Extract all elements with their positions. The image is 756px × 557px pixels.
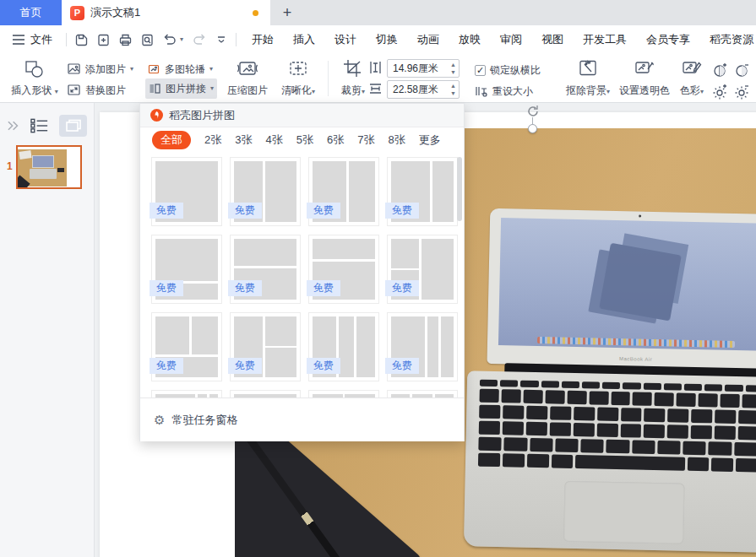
- collage-template-7[interactable]: 免费: [308, 235, 379, 304]
- collage-tab-2张[interactable]: 2张: [204, 132, 221, 148]
- collage-tab-6张[interactable]: 6张: [327, 132, 344, 148]
- collage-tab-8张[interactable]: 8张: [388, 132, 405, 148]
- width-down-arrow[interactable]: ▼: [450, 89, 456, 97]
- print-button[interactable]: [114, 30, 136, 50]
- template-cell: [234, 394, 296, 397]
- picture-stitch-button[interactable]: 图片拼接▾: [145, 78, 217, 99]
- increase-brightness-button[interactable]: [710, 81, 732, 101]
- ribbon-tab-设计[interactable]: 设计: [334, 32, 356, 47]
- lock-aspect-checkbox[interactable]: ✓ 锁定纵横比: [475, 60, 541, 80]
- home-tab[interactable]: 首页: [0, 0, 62, 25]
- collage-panel-footer[interactable]: ⚙ 常驻任务窗格: [140, 397, 464, 441]
- keyboard-key: [541, 381, 559, 387]
- collage-template-2[interactable]: 免费: [230, 157, 301, 226]
- hamburger-icon: [12, 35, 25, 45]
- decrease-contrast-button[interactable]: [732, 60, 753, 80]
- print-preview-button[interactable]: [136, 30, 158, 50]
- panel-scrollbar[interactable]: [457, 157, 462, 221]
- collage-tab-更多[interactable]: 更多: [419, 132, 441, 148]
- remove-background-button[interactable]: 抠除背景▾: [561, 57, 615, 100]
- keyboard-key: [725, 385, 742, 392]
- undo-dropdown-arrow[interactable]: ▾: [180, 36, 183, 43]
- ribbon-tab-会员专享[interactable]: 会员专享: [646, 32, 690, 47]
- ribbon-tab-开发工具[interactable]: 开发工具: [583, 32, 627, 47]
- width-up-arrow[interactable]: ▲: [450, 82, 456, 89]
- expand-sidebar-icon[interactable]: [7, 121, 19, 131]
- contrast-plus-icon: [712, 62, 729, 78]
- collage-template-4[interactable]: 免费: [387, 157, 458, 226]
- ribbon-tab-动画[interactable]: 动画: [417, 32, 439, 47]
- file-menu-button[interactable]: 文件: [0, 32, 63, 47]
- ribbon-tab-切换[interactable]: 切换: [376, 32, 398, 47]
- keyboard-key: [687, 457, 709, 472]
- width-input[interactable]: 22.58厘米 ▲▼: [387, 80, 460, 99]
- undo-button[interactable]: [158, 30, 180, 50]
- reset-size-button[interactable]: 重设大小: [475, 81, 533, 101]
- collage-template-12[interactable]: 免费: [387, 312, 458, 381]
- rotate-handle[interactable]: [526, 105, 540, 118]
- collage-template-11[interactable]: 免费: [308, 312, 379, 381]
- collage-template-9[interactable]: 免费: [151, 312, 222, 381]
- keyboard-key: [479, 405, 500, 419]
- template-cell: [345, 394, 375, 397]
- keyboard-key: [550, 406, 571, 420]
- color-button[interactable]: 色彩▾: [674, 57, 710, 100]
- collage-tab-全部[interactable]: 全部: [152, 131, 191, 149]
- keyboard-key: [501, 389, 520, 403]
- height-up-arrow[interactable]: ▲: [450, 61, 456, 68]
- collage-template-16[interactable]: 免费: [387, 390, 458, 397]
- document-tab[interactable]: P 演示文稿1: [62, 0, 270, 25]
- height-down-arrow[interactable]: ▼: [450, 68, 456, 76]
- save-button[interactable]: [70, 30, 92, 50]
- slide-1-row[interactable]: 1: [0, 145, 94, 189]
- new-tab-button[interactable]: +: [270, 0, 304, 25]
- ribbon-tab-视图[interactable]: 视图: [541, 32, 563, 47]
- outline-view-icon[interactable]: [30, 118, 48, 133]
- multi-carousel-button[interactable]: 多图轮播▾: [147, 59, 213, 79]
- collage-template-3[interactable]: 免费: [308, 157, 379, 226]
- decrease-brightness-button[interactable]: [732, 81, 753, 101]
- redo-button[interactable]: [188, 30, 210, 50]
- compress-picture-button[interactable]: 压缩图片: [221, 57, 274, 100]
- height-input[interactable]: 14.96厘米 ▲▼: [387, 59, 460, 78]
- collage-template-15[interactable]: 免费: [308, 390, 379, 397]
- collage-tab-3张[interactable]: 3张: [235, 132, 252, 148]
- color-icon: [681, 59, 703, 78]
- collage-template-6[interactable]: 免费: [230, 235, 301, 304]
- slide-1-thumbnail[interactable]: [16, 145, 82, 189]
- collage-grid: 免费免费免费免费免费免费免费免费免费免费免费免费免费免费免费免费: [140, 153, 464, 397]
- free-badge: 免费: [150, 203, 183, 219]
- keyboard-key: [500, 380, 518, 387]
- collage-template-5[interactable]: 免费: [151, 235, 222, 304]
- collage-template-8[interactable]: 免费: [387, 235, 458, 304]
- collage-template-13[interactable]: 免费: [151, 390, 222, 397]
- ribbon-tab-开始[interactable]: 开始: [252, 32, 274, 47]
- clarify-button[interactable]: 清晰化▾: [274, 57, 323, 100]
- menu-row: 文件 ▾ 开始插入设计切换动画放映审阅视图开发工具会员专享稻壳资源: [0, 25, 756, 54]
- collage-tab-5张[interactable]: 5张: [296, 132, 313, 148]
- ribbon-tab-审阅[interactable]: 审阅: [500, 32, 522, 47]
- insert-shape-button[interactable]: 插入形状 ▾: [5, 57, 64, 100]
- collage-template-1[interactable]: 免费: [151, 157, 222, 226]
- thumbnail-photo: [18, 149, 67, 187]
- replace-picture-button[interactable]: 替换图片: [68, 80, 126, 100]
- collage-tab-4张[interactable]: 4张: [265, 132, 282, 148]
- lock-aspect-label: 锁定纵横比: [490, 63, 541, 78]
- ribbon-tab-放映[interactable]: 放映: [459, 32, 481, 47]
- keyboard-key: [545, 390, 564, 403]
- template-cell: [155, 239, 218, 281]
- toolbar-more-button[interactable]: [210, 30, 232, 50]
- top-resize-handle[interactable]: [528, 124, 537, 133]
- ribbon-tab-插入[interactable]: 插入: [293, 32, 315, 47]
- ribbon-tab-稻壳资源[interactable]: 稻壳资源: [710, 32, 753, 47]
- set-transparent-button[interactable]: 设置透明色: [615, 57, 674, 100]
- add-picture-button[interactable]: 添加图片▾: [68, 59, 133, 79]
- collage-template-14[interactable]: 免费: [230, 390, 301, 397]
- collage-template-10[interactable]: 免费: [230, 312, 301, 381]
- slide-view-button[interactable]: [59, 115, 87, 137]
- collage-tab-7张[interactable]: 7张: [357, 132, 374, 148]
- free-badge: 免费: [385, 358, 419, 374]
- increase-contrast-button[interactable]: [710, 60, 732, 80]
- template-cell: [198, 394, 206, 397]
- output-button[interactable]: [92, 30, 114, 50]
